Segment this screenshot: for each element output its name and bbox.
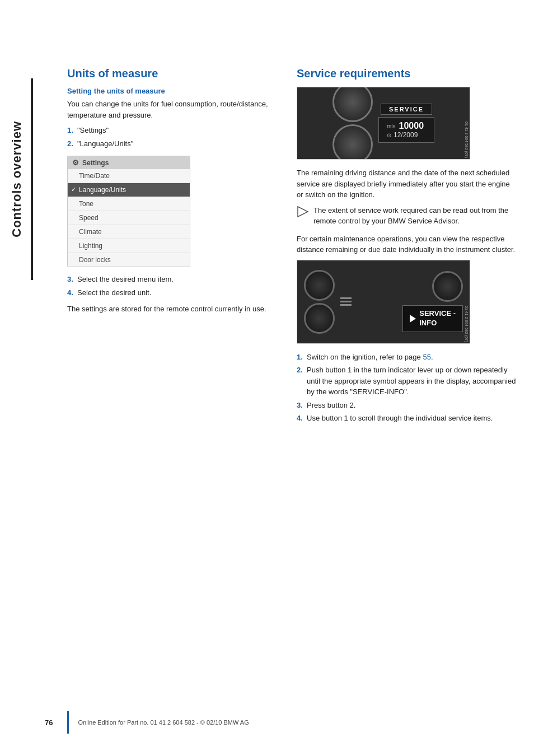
gear-icon: ⚙ [72, 158, 79, 167]
units-steps-1: 1. "Settings" 2. "Language/Units" [67, 125, 280, 149]
service-date: 12/2009 [394, 131, 418, 139]
sidebar-label-text: Controls overview [10, 121, 24, 237]
menu-item-language-units[interactable]: Language/Units [68, 183, 190, 197]
service-step-3: 3. Press button 2. [297, 400, 517, 411]
dash-indicator-2 [340, 301, 352, 302]
service-step-num-1: 1. [297, 352, 303, 363]
dash-gauge-2 [304, 303, 335, 334]
mileage-row: mls 10000 [387, 121, 426, 131]
two-col-layout: Units of measure Setting the units of me… [67, 67, 517, 430]
service-image-box-1: SERVICE mls 10000 ⊙ 12/2009 [297, 87, 470, 160]
service-step-2: 2. Push button 1 in the turn indicator l… [297, 365, 517, 398]
note-text: The extent of service work required can … [313, 205, 517, 227]
page-link-55[interactable]: 55 [423, 353, 430, 361]
left-gauges [332, 87, 373, 160]
service-step-4: 4. Use button 1 to scroll through the in… [297, 413, 517, 424]
svg-marker-0 [298, 207, 308, 217]
step-num-4: 4. [67, 287, 73, 298]
date-row: ⊙ 12/2009 [387, 131, 426, 139]
units-subsection-title: Setting the units of measure [67, 87, 280, 95]
content-area: Units of measure Setting the units of me… [45, 0, 534, 463]
footer: 76 Online Edition for Part no. 01 41 2 6… [45, 711, 517, 734]
service-info-image-box: SERVICE - INFO 01 41 2 604 582 (07) [297, 260, 470, 344]
service-info-line2: INFO [419, 319, 456, 328]
page-container: Controls overview Units of measure Setti… [0, 0, 534, 756]
service-section-title: Service requirements [297, 67, 517, 80]
image-watermark-1: 01 41 2 604 582 (07) [465, 122, 469, 158]
footer-text: Online Edition for Part no. 01 41 2 604 … [78, 719, 249, 726]
dash-gauge-group [304, 270, 335, 334]
settings-menu-header: ⚙ Settings [68, 156, 190, 169]
mileage-unit: mls [387, 123, 396, 129]
service-info-text: SERVICE - INFO [419, 309, 456, 328]
rpm-gauge [332, 124, 373, 160]
dash-gauges-left [304, 270, 352, 334]
menu-item-time-date[interactable]: Time/Date [68, 169, 190, 183]
step-num-1: 1. [67, 125, 73, 136]
menu-item-tone[interactable]: Tone [68, 197, 190, 211]
service-step-1: 1. Switch on the ignition, refer to page… [297, 352, 517, 363]
service-info-display: SERVICE - INFO [402, 305, 463, 332]
step-num-2: 2. [67, 138, 73, 150]
step-3: 3. Select the desired menu item. [67, 274, 280, 285]
menu-item-lighting[interactable]: Lighting [68, 239, 190, 253]
dash-gauge-1 [304, 270, 335, 301]
step-4: 4. Select the desired unit. [67, 287, 280, 298]
triangle-icon [297, 206, 309, 218]
sidebar-label: Controls overview [0, 90, 34, 269]
speedometer-cluster: SERVICE mls 10000 ⊙ 12/2009 [297, 87, 470, 159]
menu-item-door-locks[interactable]: Door locks [68, 253, 190, 267]
units-steps-2: 3. Select the desired menu item. 4. Sele… [67, 274, 280, 298]
service-steps: 1. Switch on the ignition, refer to page… [297, 352, 517, 424]
clock-icon: ⊙ [387, 132, 391, 138]
service-step-num-3: 3. [297, 400, 303, 411]
service-mileage-display: mls 10000 ⊙ 12/2009 [378, 117, 434, 143]
page-number: 76 [45, 718, 53, 727]
footer-bar [67, 711, 69, 734]
image-watermark-2: 01 41 2 604 582 (07) [465, 306, 469, 342]
settings-menu: ⚙ Settings Time/Date Language/Units Tone… [67, 156, 190, 267]
service-label: SERVICE [381, 104, 432, 115]
play-icon [410, 315, 416, 323]
dash-indicator-3 [340, 304, 352, 306]
step-1: 1. "Settings" [67, 125, 280, 136]
left-column: Units of measure Setting the units of me… [67, 67, 280, 430]
dashboard-cluster: SERVICE - INFO [297, 260, 470, 343]
dash-right: SERVICE - INFO [402, 271, 463, 332]
service-para-1: The remaining driving distance and the d… [297, 167, 517, 200]
service-display: SERVICE mls 10000 ⊙ 12/2009 [378, 104, 434, 143]
units-section-title: Units of measure [67, 67, 280, 80]
speedometer-gauge [332, 87, 373, 122]
units-intro-text: You can change the units for fuel consum… [67, 99, 280, 120]
service-step-num-2: 2. [297, 365, 303, 376]
settings-menu-items: Time/Date Language/Units Tone Speed Clim… [68, 169, 190, 267]
menu-item-climate[interactable]: Climate [68, 225, 190, 239]
step-2: 2. "Language/Units" [67, 138, 280, 150]
right-column: Service requirements SERVICE [297, 67, 517, 430]
service-step-num-4: 4. [297, 413, 303, 424]
menu-item-speed[interactable]: Speed [68, 211, 190, 225]
service-info-line1: SERVICE - [419, 309, 456, 319]
mileage-value: 10000 [399, 121, 424, 131]
service-para-2: For certain maintenance operations, you … [297, 234, 517, 255]
dash-speedo [432, 271, 463, 302]
dash-indicators [338, 270, 352, 334]
step-num-3: 3. [67, 274, 73, 285]
triangle-svg [297, 206, 309, 218]
note-box: The extent of service work required can … [297, 205, 517, 227]
units-footer-text: The settings are stored for the remote c… [67, 304, 280, 315]
dash-indicator-1 [340, 297, 352, 299]
